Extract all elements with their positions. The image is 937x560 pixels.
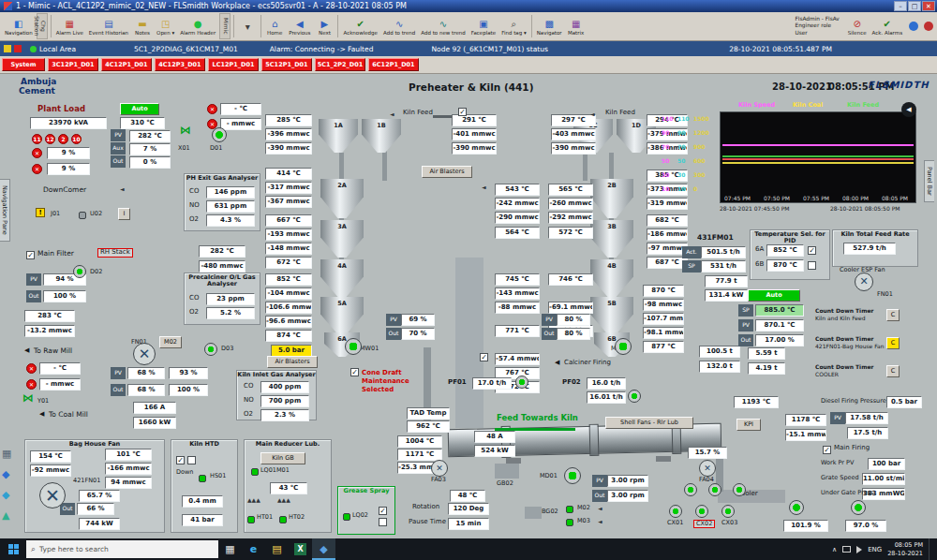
timer-reset-button[interactable]: C: [886, 309, 900, 321]
navigation-pane-tab[interactable]: Navigation Pane: [0, 179, 10, 242]
cyclone-1b: 1B: [362, 119, 401, 153]
motor-icon[interactable]: [695, 505, 708, 518]
taskbar-app-ecs-workplace[interactable]: ◆: [312, 538, 335, 560]
collapse-panel-button[interactable]: ◀: [901, 102, 916, 117]
toolbar-button-matrix[interactable]: ▦Matrix: [565, 12, 587, 40]
checkbox[interactable]: ✓: [458, 108, 467, 116]
tab-3c12p1-d01[interactable]: 3C12P1_D01: [48, 58, 98, 71]
auto-mode-button[interactable]: Auto: [120, 103, 159, 115]
toolbar-button-open[interactable]: ◳Open ▾: [154, 12, 177, 40]
timer-reset-button[interactable]: C: [886, 365, 900, 377]
toolbar-button-alarm-header[interactable]: ●Alarm Header: [177, 12, 218, 40]
fan-icon[interactable]: ✕: [699, 460, 716, 477]
language-indicator[interactable]: ENG: [868, 546, 882, 553]
fan-icon[interactable]: ✕: [855, 273, 873, 291]
toolbar-button-navigator[interactable]: ▩Navigator: [534, 12, 565, 40]
motor-icon[interactable]: [345, 338, 362, 355]
kpi-button[interactable]: KPI: [736, 419, 761, 431]
navigator-icon[interactable]: [909, 22, 918, 31]
timer-reset-button[interactable]: C: [886, 337, 900, 349]
motor-icon[interactable]: [564, 467, 581, 484]
start-button[interactable]: [0, 538, 26, 560]
motor-icon[interactable]: [212, 127, 227, 142]
taskbar-search[interactable]: ⌕ Type here to search: [26, 540, 218, 558]
toolbar-button-navigation[interactable]: ◧Navigation: [2, 12, 36, 40]
toolbar-button-find-tag[interactable]: ⌕Find tag ▾: [498, 12, 529, 40]
motor-icon[interactable]: [73, 265, 86, 278]
air-blasters-button[interactable]: Air Blasters: [267, 356, 318, 368]
motor-icon[interactable]: [708, 483, 721, 496]
checkbox[interactable]: [808, 261, 816, 270]
m02-device[interactable]: M02: [159, 336, 182, 348]
checkbox[interactable]: [379, 518, 387, 526]
motor-icon[interactable]: [615, 338, 632, 355]
toolbar-button-acknowledge[interactable]: ✔Acknowledge: [340, 12, 380, 40]
taskbar-app-file-explorer[interactable]: ▤: [265, 538, 289, 560]
motor-icon[interactable]: [515, 376, 528, 389]
tab-6c12p1-d01[interactable]: 6C12P1_D01: [368, 58, 419, 71]
tab-4c12p3-d01[interactable]: 4C12P3_D01: [155, 58, 205, 71]
checkbox[interactable]: ✓: [808, 246, 816, 255]
trend-chart[interactable]: 07:45 PM07:50 PM07:55 PM08:00 PM08:05 PM: [720, 111, 916, 203]
maximize-button[interactable]: □: [908, 1, 921, 11]
air-blasters-button[interactable]: Air Blasters: [422, 166, 472, 178]
motor-icon[interactable]: [628, 390, 641, 403]
toolbar-button-event-historian[interactable]: ▤Event Historian: [86, 12, 131, 40]
motor-icon[interactable]: [721, 505, 735, 518]
toolbar-button-next[interactable]: ▶Next: [313, 12, 335, 40]
shell-fans-button[interactable]: Shell Fans - Rlr Lub: [605, 417, 693, 429]
tab-5c12p1-d01[interactable]: 5C12P1_D01: [261, 58, 312, 71]
fan-icon[interactable]: ✕: [133, 343, 156, 365]
toolbar-button-mimic[interactable]: Mimic: [219, 13, 231, 39]
motor-icon[interactable]: [733, 483, 746, 496]
taskbar-app-edge[interactable]: e: [242, 538, 265, 560]
taskbar-app-task-view[interactable]: ▦: [218, 538, 242, 560]
tab-5c1-2p2-d01[interactable]: 5C1_2P2_D01: [315, 58, 365, 71]
motor-icon[interactable]: [851, 500, 866, 515]
tab-system[interactable]: System: [2, 58, 45, 71]
checkbox[interactable]: [187, 456, 196, 464]
toolbar-button-home[interactable]: ⌂Home: [263, 12, 286, 40]
toolbar-button-alarm-live[interactable]: ▦Alarm Live: [53, 12, 86, 40]
tray-expand-icon[interactable]: ∧: [832, 546, 837, 553]
toolbar-button-add-to-trend[interactable]: ∿Add to trend: [380, 12, 418, 40]
toolbar-button-silence[interactable]: ⊘Silence: [845, 18, 870, 36]
toolbar-button-previous[interactable]: ◀Previous: [286, 12, 313, 40]
toolbar-button-faceplate[interactable]: ▣Faceplate: [468, 12, 498, 40]
interlock-button[interactable]: I: [118, 208, 130, 220]
checkbox[interactable]: ✓: [26, 251, 35, 259]
toolbar-button-chg-station[interactable]: Chg Station: [37, 13, 48, 39]
checkbox[interactable]: ✓: [350, 368, 359, 376]
auto-mode-button[interactable]: Auto: [748, 289, 800, 302]
toolbar-button-ack-alarms[interactable]: ✔Ack. Alarms: [870, 18, 905, 36]
checkbox[interactable]: ✓: [480, 353, 488, 361]
toolbar-button-add-to-new-trend[interactable]: ∿Add to new trend: [418, 12, 468, 40]
checkbox[interactable]: ✓: [379, 507, 387, 515]
motor-icon[interactable]: [684, 483, 697, 496]
valve-icon[interactable]: ⋈: [180, 125, 191, 136]
value-box: - ℃: [39, 362, 81, 375]
network-icon[interactable]: [842, 546, 851, 553]
motor-icon[interactable]: [204, 343, 217, 356]
trend-axis-value: 110: [662, 115, 674, 122]
toolbar-button-notes[interactable]: ▬Notes: [131, 12, 154, 40]
kiln-gb-button[interactable]: Kiln GB: [260, 452, 305, 464]
valve-icon[interactable]: ⋈: [22, 393, 34, 404]
toolbar-button-menu[interactable]: ▾: [236, 12, 259, 40]
notification-edge[interactable]: [929, 538, 934, 560]
motor-icon[interactable]: [789, 500, 804, 515]
checkbox[interactable]: ✓: [176, 456, 185, 464]
minimize-button[interactable]: –: [894, 1, 907, 11]
taskbar-app-excel[interactable]: X: [289, 538, 312, 560]
volume-icon[interactable]: [856, 546, 862, 553]
tab-lc12p1-d01[interactable]: LC12P1_D01: [208, 58, 259, 71]
taskbar-clock[interactable]: 08:05 PM 28-10-2021: [887, 541, 923, 556]
panel-bar-tab[interactable]: Panel Bar: [924, 160, 934, 202]
checkbox[interactable]: ✓: [823, 446, 831, 454]
motor-icon[interactable]: [669, 505, 682, 518]
fan-icon[interactable]: ✕: [431, 460, 448, 477]
alarm-status-icon[interactable]: [924, 22, 933, 31]
close-button[interactable]: ✕: [922, 1, 935, 11]
tab-4c12p1-d01[interactable]: 4C12P1_D01: [101, 58, 152, 71]
fan-icon[interactable]: ✕: [39, 482, 66, 508]
